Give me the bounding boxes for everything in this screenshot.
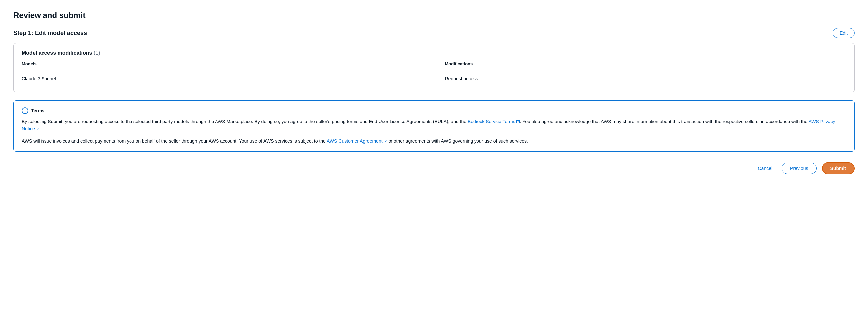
table-row: Claude 3 Sonnet Request access bbox=[22, 72, 846, 85]
cancel-button[interactable]: Cancel bbox=[754, 163, 776, 174]
cell-model-name: Claude 3 Sonnet bbox=[22, 76, 423, 82]
bedrock-service-terms-link[interactable]: Bedrock Service Terms bbox=[468, 119, 515, 124]
column-models: Models bbox=[22, 61, 423, 66]
column-divider bbox=[434, 61, 434, 66]
terms-paragraph1: By selecting Submit, you are requesting … bbox=[22, 118, 846, 133]
terms-box: i Terms By selecting Submit, you are req… bbox=[13, 100, 855, 152]
bedrock-external-link-icon bbox=[516, 120, 520, 124]
table-header: Models Modifications bbox=[22, 61, 846, 69]
footer: Cancel Previous Submit bbox=[13, 162, 855, 174]
card-count: (1) bbox=[94, 50, 100, 56]
terms-p2-text1: AWS will issue invoices and collect paym… bbox=[22, 138, 327, 144]
previous-button[interactable]: Previous bbox=[782, 163, 816, 174]
cell-modification: Request access bbox=[445, 76, 847, 82]
terms-p2-text2: or other agreements with AWS governing y… bbox=[387, 138, 528, 144]
terms-paragraph2: AWS will issue invoices and collect paym… bbox=[22, 137, 846, 145]
card-title: Model access modifications (1) bbox=[22, 50, 846, 56]
terms-title: Terms bbox=[31, 108, 44, 113]
customer-agreement-external-link-icon bbox=[383, 139, 387, 143]
column-modifications: Modifications bbox=[445, 61, 847, 66]
page-title: Review and submit bbox=[13, 11, 855, 20]
terms-header: i Terms bbox=[22, 107, 846, 114]
terms-p1-text2: . You also agree and acknowledge that AW… bbox=[520, 119, 809, 124]
edit-button[interactable]: Edit bbox=[833, 28, 855, 38]
step1-header: Step 1: Edit model access Edit bbox=[13, 28, 855, 38]
info-icon: i bbox=[22, 107, 28, 114]
card-title-text: Model access modifications bbox=[22, 50, 94, 56]
aws-customer-agreement-link[interactable]: AWS Customer Agreement bbox=[327, 138, 382, 144]
cell-divider bbox=[434, 76, 434, 82]
step1-title: Step 1: Edit model access bbox=[13, 30, 87, 36]
model-access-card: Model access modifications (1) Models Mo… bbox=[13, 43, 855, 92]
submit-button[interactable]: Submit bbox=[822, 162, 855, 174]
terms-p1-text1: By selecting Submit, you are requesting … bbox=[22, 119, 468, 124]
privacy-external-link-icon bbox=[35, 128, 39, 131]
terms-p1-text3: . bbox=[39, 126, 41, 131]
